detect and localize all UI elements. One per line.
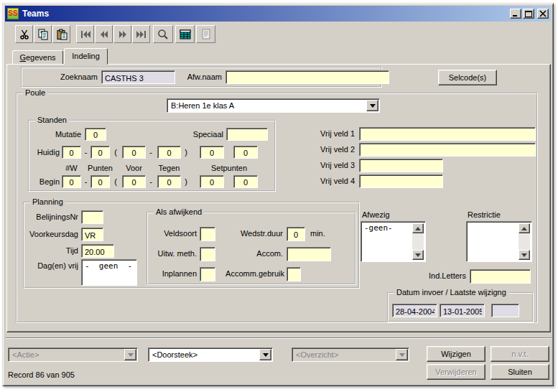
- col-label-w: #W: [62, 164, 81, 172]
- scroll-down-icon[interactable]: [412, 250, 424, 260]
- begin-punten-field[interactable]: [90, 175, 110, 188]
- datum-group-label: Datum invoer / Laatste wijzigng: [394, 288, 508, 297]
- table-view-button[interactable]: [175, 25, 195, 43]
- actie-dropdown-button: [124, 349, 136, 360]
- speciaal-label: Speciaal: [167, 130, 223, 139]
- belijningsnr-label: BelijningsNr: [26, 213, 78, 221]
- paste-icon: [56, 29, 68, 40]
- voorkeursdag-field[interactable]: [81, 228, 103, 241]
- doorsteek-combobox-value: <Doorsteek>: [152, 350, 197, 359]
- ind-letters-field[interactable]: [470, 269, 531, 284]
- afwezig-listbox[interactable]: -geen-: [361, 221, 426, 262]
- col-label-punten: Punten: [85, 164, 115, 172]
- als-afwijkend-group-label: Als afwijkend: [154, 207, 204, 216]
- begin-voor-field[interactable]: [122, 175, 146, 188]
- uitwmeth-field[interactable]: [200, 247, 215, 261]
- next-record-icon: [117, 29, 129, 40]
- minimize-icon: [511, 10, 520, 17]
- selcodes-button[interactable]: Selcode(s): [438, 70, 497, 85]
- restrictie-scrollbar[interactable]: [519, 223, 530, 260]
- huidig-tegen-field[interactable]: [157, 146, 181, 159]
- cut-icon: [19, 29, 30, 40]
- accom-field[interactable]: [287, 247, 331, 261]
- restrictie-label: Restrictie: [468, 210, 501, 219]
- datum-invoer-field[interactable]: [392, 304, 437, 317]
- tab-gegevens-label: Gegevens: [19, 53, 55, 62]
- overzicht-combobox-value: <Overzicht>: [296, 350, 338, 359]
- datum-wijziging-field[interactable]: [440, 304, 485, 317]
- wedstrduur-field[interactable]: [287, 227, 305, 241]
- accommgebruik-field[interactable]: [287, 267, 301, 281]
- begin-paren-open: (: [111, 177, 120, 186]
- huidig-paren-open: (: [111, 148, 120, 157]
- begin-tegen-field[interactable]: [157, 175, 181, 188]
- uitwmeth-label: Uitw. meth.: [149, 249, 197, 258]
- inplannen-field[interactable]: [200, 267, 215, 281]
- paste-button[interactable]: [52, 25, 70, 43]
- overzicht-combobox: <Overzicht>: [292, 347, 409, 362]
- actie-combobox: <Actie>: [8, 347, 138, 362]
- nvt-button: n.v.t.: [490, 346, 549, 362]
- scroll-up-icon[interactable]: [519, 223, 530, 233]
- poule-combobox-dropdown-button[interactable]: [366, 100, 378, 111]
- table-icon: [180, 29, 191, 40]
- huidig-w-field[interactable]: [62, 146, 81, 159]
- last-record-icon: [136, 29, 147, 40]
- maximize-button[interactable]: [523, 9, 534, 19]
- scroll-up-icon[interactable]: [412, 223, 424, 233]
- poule-combobox-value: B:Heren 1e klas A: [171, 101, 234, 110]
- begin-setpunten1-field[interactable]: [200, 175, 224, 188]
- doorsteek-combobox[interactable]: <Doorsteek>: [148, 347, 273, 362]
- chevron-down-icon: [263, 353, 269, 360]
- tijd-field[interactable]: [81, 244, 114, 258]
- afwnaam-label: Afw.naam: [184, 73, 222, 81]
- mutatie-field[interactable]: [85, 128, 106, 141]
- huidig-paren-close: ): [182, 148, 190, 157]
- zoeknaam-field[interactable]: [101, 70, 175, 84]
- scroll-down-icon[interactable]: [519, 250, 530, 260]
- afwezig-scrollbar[interactable]: [412, 223, 424, 260]
- vrij-veld-4-field[interactable]: [359, 174, 443, 188]
- vrij-veld-1-field[interactable]: [359, 127, 536, 141]
- copy-button[interactable]: [34, 25, 52, 43]
- form-view-button[interactable]: [196, 25, 215, 43]
- tijd-label: Tijd: [26, 246, 78, 255]
- belijningsnr-field[interactable]: [81, 210, 103, 224]
- poule-group-label: Poule: [23, 88, 47, 97]
- tab-indeling[interactable]: Indeling: [64, 48, 108, 65]
- minimize-button[interactable]: [510, 9, 521, 19]
- chevron-down-icon: [128, 353, 134, 360]
- sluiten-button[interactable]: Sluiten: [490, 364, 549, 380]
- last-record-button[interactable]: [132, 25, 150, 43]
- dagen-vrij-item[interactable]: - geen -: [82, 260, 136, 271]
- previous-record-button[interactable]: [95, 25, 113, 43]
- huidig-voor-field[interactable]: [122, 146, 146, 159]
- huidig-setpunten1-field[interactable]: [200, 146, 224, 159]
- footer-separator: [6, 337, 552, 339]
- begin-w-field[interactable]: [62, 175, 81, 188]
- tab-gegevens[interactable]: Gegevens: [12, 50, 63, 64]
- afwezig-label: Afwezig: [362, 210, 390, 219]
- datum-extra-field[interactable]: [491, 304, 519, 317]
- vrij-veld-1-label: Vrij veld 1: [254, 129, 355, 138]
- name-group: Zoeknaam Afw.naam: [21, 67, 382, 88]
- huidig-punten-field[interactable]: [90, 146, 110, 159]
- cut-button[interactable]: [15, 25, 33, 43]
- vrij-veld-3-field[interactable]: [359, 159, 443, 172]
- planning-group: Planning BelijningsNr Voorkeursdag Tijd …: [23, 202, 360, 289]
- zoom-button[interactable]: [153, 25, 173, 43]
- wijzigen-button[interactable]: Wijzigen: [427, 346, 485, 362]
- doorsteek-dropdown-button[interactable]: [259, 349, 271, 360]
- dagen-vrij-listbox[interactable]: - geen -: [81, 259, 137, 286]
- col-label-tegen: Tegen: [153, 164, 185, 172]
- afwnaam-field[interactable]: [225, 70, 389, 84]
- next-record-button[interactable]: [113, 25, 131, 43]
- veldsoort-field[interactable]: [200, 227, 215, 241]
- poule-combobox[interactable]: B:Heren 1e klas A: [167, 98, 380, 113]
- poule-group: Poule B:Heren 1e klas A Standen Mutatie …: [16, 93, 538, 323]
- close-button[interactable]: [537, 9, 549, 19]
- restrictie-listbox[interactable]: [466, 221, 532, 262]
- first-record-button[interactable]: [76, 25, 94, 43]
- vrij-veld-2-field[interactable]: [359, 143, 536, 157]
- als-afwijkend-group: Als afwijkend Veldsoort Wedstr.duur min.…: [147, 212, 356, 285]
